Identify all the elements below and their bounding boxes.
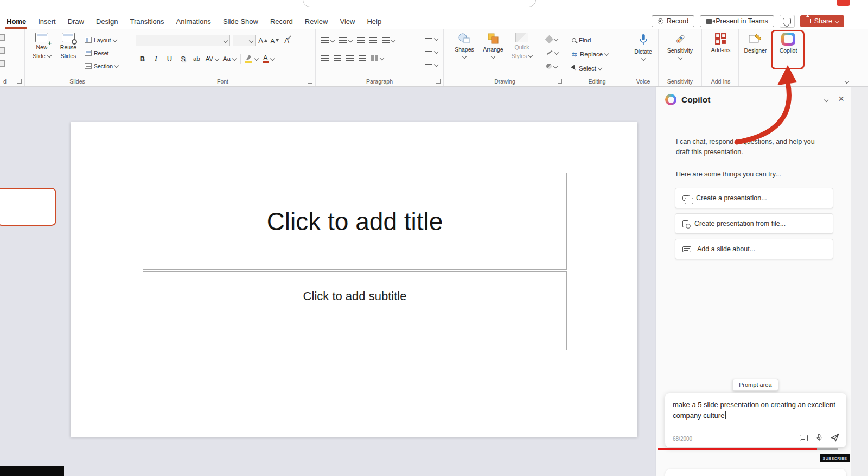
decrease-indent-button[interactable] xyxy=(357,35,365,45)
underline-button[interactable]: U xyxy=(165,53,174,64)
corner-accent xyxy=(837,0,850,6)
dialog-launcher-icon[interactable] xyxy=(17,79,22,84)
tab-help[interactable]: Help xyxy=(361,14,387,29)
ribbon-group-clipboard: d xyxy=(0,29,25,86)
add-ins-button[interactable]: Add-ins xyxy=(703,29,738,54)
tab-view[interactable]: View xyxy=(334,14,361,29)
add-ins-icon xyxy=(714,33,727,45)
font-name-combo[interactable] xyxy=(136,35,230,46)
numbering-button[interactable] xyxy=(339,35,352,45)
line-spacing-button[interactable] xyxy=(382,35,395,45)
align-left-button[interactable] xyxy=(321,53,329,63)
reset-button[interactable]: Reset xyxy=(85,48,118,58)
new-slide-button[interactable]: New Slide xyxy=(29,29,54,71)
sensitivity-button[interactable]: Sensitivity xyxy=(659,29,701,59)
bold-button[interactable]: B xyxy=(138,53,147,64)
dictate-button[interactable]: Dictate xyxy=(628,29,658,60)
highlight-color-button[interactable] xyxy=(245,53,258,64)
mic-icon[interactable] xyxy=(815,433,823,442)
strikethrough-button[interactable]: ab xyxy=(192,53,201,64)
shape-effects-icon xyxy=(546,64,552,69)
clear-formatting-button[interactable]: A xyxy=(282,35,291,46)
replace-button[interactable]: ⇆Replace xyxy=(572,48,608,60)
tab-insert[interactable]: Insert xyxy=(32,14,62,29)
font-color-button[interactable]: A xyxy=(263,53,274,64)
collapse-pane-icon[interactable] xyxy=(824,98,828,102)
tab-transitions[interactable]: Transitions xyxy=(124,14,170,29)
paste-icon[interactable] xyxy=(0,47,5,54)
tab-review[interactable]: Review xyxy=(299,14,334,29)
shape-effects-button[interactable] xyxy=(546,61,558,71)
comments-button[interactable] xyxy=(780,15,795,28)
dialog-launcher-icon[interactable] xyxy=(308,79,312,84)
prompt-box-behind xyxy=(665,469,846,476)
justify-button[interactable] xyxy=(359,53,366,63)
designer-button[interactable]: Designer xyxy=(740,29,771,54)
shrink-font-button[interactable]: A xyxy=(270,35,279,46)
tab-animations[interactable]: Animations xyxy=(170,14,217,29)
reuse-slides-button[interactable]: Reuse Slides xyxy=(55,29,81,71)
record-button[interactable]: Record xyxy=(652,15,694,27)
align-left-icon xyxy=(321,55,329,61)
ribbon-group-drawing: Shapes Arrange Quick Styles Drawing xyxy=(445,29,565,86)
title-placeholder[interactable]: Click to add title xyxy=(143,173,567,270)
italic-button[interactable]: I xyxy=(151,53,161,64)
prompt-area-tooltip: Prompt area xyxy=(732,379,778,391)
slide-thumbnail[interactable] xyxy=(0,188,56,226)
section-button[interactable]: Section xyxy=(85,61,118,71)
format-painter-icon[interactable] xyxy=(0,60,5,67)
copilot-prompt-input[interactable]: make a 5 slide presentation on creating … xyxy=(665,393,846,421)
smartart-button[interactable] xyxy=(425,60,438,69)
cut-icon[interactable] xyxy=(0,34,5,41)
bullets-button[interactable] xyxy=(321,35,334,45)
copilot-highlight-box xyxy=(771,30,805,69)
shapes-button[interactable]: Shapes xyxy=(452,29,476,60)
tab-draw[interactable]: Draw xyxy=(62,14,90,29)
justify-icon xyxy=(359,55,366,61)
align-text-button[interactable] xyxy=(425,47,438,56)
align-center-button[interactable] xyxy=(334,53,341,63)
align-right-button[interactable] xyxy=(346,53,354,63)
character-spacing-button[interactable]: AV xyxy=(206,53,219,64)
dialog-launcher-icon[interactable] xyxy=(558,79,562,84)
dialog-launcher-icon[interactable] xyxy=(436,79,441,84)
select-button[interactable]: Select xyxy=(572,62,608,74)
text-direction-button[interactable] xyxy=(425,34,438,43)
shape-outline-button[interactable] xyxy=(546,48,558,58)
tab-record[interactable]: Record xyxy=(264,14,299,29)
quick-styles-button[interactable]: Quick Styles xyxy=(510,29,534,60)
search-bar[interactable] xyxy=(303,0,536,7)
tab-slide-show[interactable]: Slide Show xyxy=(217,14,264,29)
suggestion-create-presentation[interactable]: Create a presentation... xyxy=(675,188,833,208)
slide-notes-icon[interactable] xyxy=(800,435,808,441)
tab-design[interactable]: Design xyxy=(90,14,124,29)
suggestion-add-slide[interactable]: Add a slide about... xyxy=(675,239,833,259)
chevron-down-icon xyxy=(835,19,839,23)
grow-font-button[interactable]: A xyxy=(258,35,267,46)
shape-fill-button[interactable] xyxy=(546,34,558,44)
ribbon-group-voice: Dictate Voice xyxy=(628,29,659,86)
change-case-button[interactable]: Aa xyxy=(223,53,236,64)
layout-button[interactable]: Layout xyxy=(85,35,118,45)
arrange-button[interactable]: Arrange xyxy=(481,29,506,60)
send-icon[interactable] xyxy=(831,433,840,442)
text-shadow-button[interactable]: S xyxy=(178,53,188,64)
copilot-pane-title: Copilot xyxy=(681,95,710,105)
close-icon[interactable]: × xyxy=(838,93,844,104)
columns-icon xyxy=(371,55,378,61)
suggestion-create-from-file[interactable]: Create presentation from file... xyxy=(675,213,833,234)
share-button[interactable]: Share xyxy=(800,15,844,27)
tab-home[interactable]: Home xyxy=(1,14,32,29)
present-in-teams-button[interactable]: Present in Teams xyxy=(700,15,774,27)
collapse-ribbon-icon[interactable] xyxy=(845,79,849,84)
line-spacing-icon xyxy=(382,37,390,43)
font-size-combo[interactable] xyxy=(233,35,256,46)
increase-indent-button[interactable] xyxy=(369,35,377,45)
slide-canvas[interactable]: Click to add title Click to add subtitle xyxy=(71,122,637,437)
bullets-icon xyxy=(321,37,329,43)
sensitivity-icon xyxy=(674,33,687,46)
find-button[interactable]: Find xyxy=(572,34,608,46)
columns-button[interactable] xyxy=(371,53,384,63)
group-label-editing: Editing xyxy=(566,78,628,85)
subtitle-placeholder[interactable]: Click to add subtitle xyxy=(143,271,567,350)
